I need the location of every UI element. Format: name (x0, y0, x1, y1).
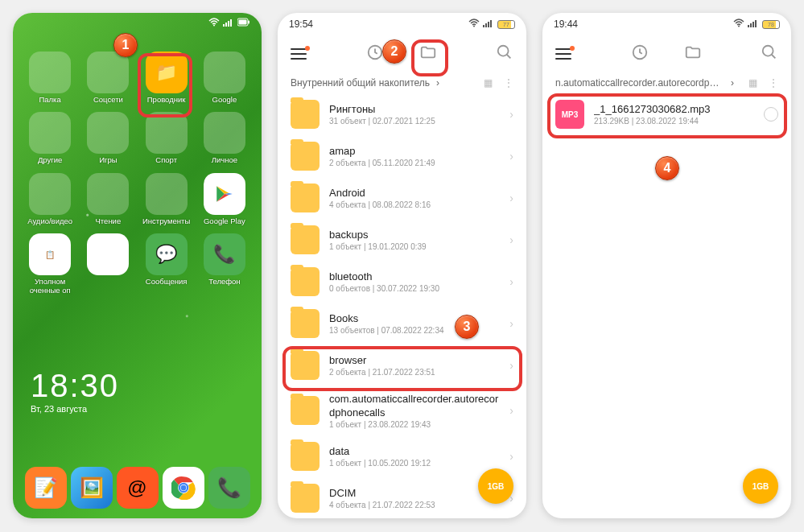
chevron-right-icon: › (509, 317, 513, 330)
breadcrumb[interactable]: n.automaticcallrecorder.autorecordphonec… (542, 72, 791, 93)
clock-widget[interactable]: 18:30 Вт, 23 августа (31, 368, 119, 414)
chevron-right-icon: › (509, 275, 513, 288)
folder-row[interactable]: backups1 объект | 19.01.2020 0:39› (278, 219, 526, 261)
app-label: Телефон (208, 278, 240, 286)
folder-meta: 4 объекта | 08.08.2022 8:16 (329, 200, 500, 209)
breadcrumb[interactable]: Внутренний общий накопитель › ▦ ⋮ (278, 72, 526, 93)
app-label: Аудио/видео (27, 217, 72, 225)
grid-view-icon[interactable]: ▦ (748, 77, 757, 89)
tab-recent[interactable] (366, 43, 384, 64)
svg-rect-16 (488, 22, 489, 27)
app-palka[interactable]: Палка (21, 52, 79, 104)
app-provodnik[interactable]: 📁Проводник (138, 52, 196, 104)
svg-rect-23 (752, 22, 754, 27)
app-phone[interactable]: 📞Телефон (196, 233, 254, 295)
clock-date: Вт, 23 августа (31, 404, 119, 414)
app-upolnom[interactable]: 📋Уполном оченные оп (21, 233, 79, 295)
callout-1: 1 (113, 33, 138, 57)
app-label: Чтение (96, 217, 122, 225)
app-google-play[interactable]: Google Play (196, 173, 254, 225)
select-radio[interactable] (764, 107, 778, 122)
menu-button[interactable] (555, 48, 571, 60)
folder-name: browser (329, 354, 500, 368)
folder-name: Android (329, 187, 500, 200)
app-label: Другие (38, 156, 62, 164)
folder-name: DCIM (329, 487, 500, 501)
folder-row[interactable]: Android4 объекта | 08.08.2022 8:16› (278, 177, 526, 219)
chevron-right-icon: › (509, 233, 513, 246)
app-google-folder[interactable]: Google (196, 52, 254, 104)
dock-notes[interactable]: 📝 (25, 467, 67, 509)
folder-row[interactable]: com.automaticcallrecorder.autorecordphon… (278, 386, 526, 435)
folder-row[interactable]: Рингтоны31 объект | 02.07.2021 12:25› (278, 93, 526, 135)
folder-icon (291, 142, 320, 171)
signal-icon (223, 18, 234, 29)
svg-rect-6 (248, 21, 249, 24)
dock: 📝 🖼️ @ 📞 (13, 467, 262, 509)
more-icon[interactable]: ⋮ (769, 77, 778, 89)
folder-meta: 2 объекта | 21.07.2022 23:51 (329, 368, 500, 377)
chevron-right-icon: › (509, 404, 513, 417)
search-button[interactable] (496, 43, 513, 64)
app-label: Google Play (204, 217, 245, 225)
more-icon[interactable]: ⋮ (504, 77, 513, 89)
svg-rect-4 (230, 19, 232, 27)
dock-chrome[interactable] (163, 467, 204, 509)
app-label: Google (212, 96, 237, 104)
app-label: G (87, 233, 129, 275)
app-label: Сообщения (146, 278, 188, 286)
app-igry[interactable]: Игры (79, 112, 137, 164)
folder-row[interactable]: bluetooth0 объектов | 30.07.2022 19:30› (278, 261, 526, 303)
folder-icon (291, 351, 320, 380)
tab-folders[interactable] (419, 43, 437, 64)
svg-point-19 (498, 46, 509, 56)
file-row[interactable]: MP3 _1_1661273030682.mp3 213.29KB | 23.0… (542, 93, 791, 135)
folder-name: amap (329, 145, 500, 159)
tab-recent[interactable] (631, 43, 649, 64)
folder-icon (291, 309, 320, 338)
app-label: Инструменты (142, 217, 190, 225)
app-messages[interactable]: 💬Сообщения (138, 233, 196, 295)
folder-name: com.automaticcallrecorder.autorecordphon… (329, 393, 500, 420)
chevron-right-icon: › (509, 450, 513, 463)
folder-icon (291, 184, 320, 212)
dock-phone[interactable]: 📞 (208, 467, 250, 509)
svg-rect-17 (490, 20, 492, 27)
folder-meta: 2 объекта | 05.11.2020 21:49 (329, 159, 500, 167)
chevron-right-icon: › (731, 77, 734, 89)
callout-3: 3 (455, 315, 479, 339)
app-label: Спорт (155, 156, 177, 164)
folder-name: backups (329, 229, 500, 242)
storage-fab[interactable]: 1GB (478, 468, 513, 504)
app-google[interactable]: G (79, 233, 137, 295)
folder-icon (291, 396, 320, 425)
folder-row[interactable]: amap2 объекта | 05.11.2020 21:49› (278, 135, 526, 177)
app-drugie[interactable]: Другие (21, 112, 79, 164)
dock-gallery[interactable]: 🖼️ (71, 467, 113, 509)
menu-button[interactable] (291, 48, 307, 60)
svg-rect-21 (748, 25, 749, 27)
chevron-right-icon: › (509, 192, 513, 204)
app-instrumenty[interactable]: Инструменты (138, 173, 196, 225)
svg-point-26 (763, 46, 773, 56)
app-socseti[interactable]: Соцсети (79, 52, 137, 104)
wifi-icon (208, 18, 220, 29)
dock-mail[interactable]: @ (117, 467, 159, 509)
grid-view-icon[interactable]: ▦ (484, 77, 493, 89)
folder-row[interactable]: Books13 объектов | 07.08.2022 22:34› (278, 303, 526, 344)
folder-row[interactable]: browser2 объекта | 21.07.2022 23:51› (278, 344, 526, 386)
storage-fab[interactable]: 1GB (743, 468, 778, 504)
mp3-icon: MP3 (555, 100, 584, 129)
phone-home: Палка Соцсети 📁Проводник Google Другие И… (13, 13, 262, 518)
app-sport[interactable]: Спорт (138, 112, 196, 164)
app-lichnoe[interactable]: Личное (196, 112, 254, 164)
chevron-right-icon: › (509, 150, 513, 163)
tab-folders[interactable] (684, 43, 702, 64)
app-chtenie[interactable]: Чтение (79, 173, 137, 225)
search-button[interactable] (761, 43, 778, 64)
status-time: 19:44 (554, 19, 578, 30)
app-audiovideo[interactable]: Аудио/видео (21, 173, 79, 225)
svg-rect-2 (225, 23, 227, 27)
svg-rect-15 (485, 23, 487, 27)
wifi-icon (733, 19, 744, 30)
